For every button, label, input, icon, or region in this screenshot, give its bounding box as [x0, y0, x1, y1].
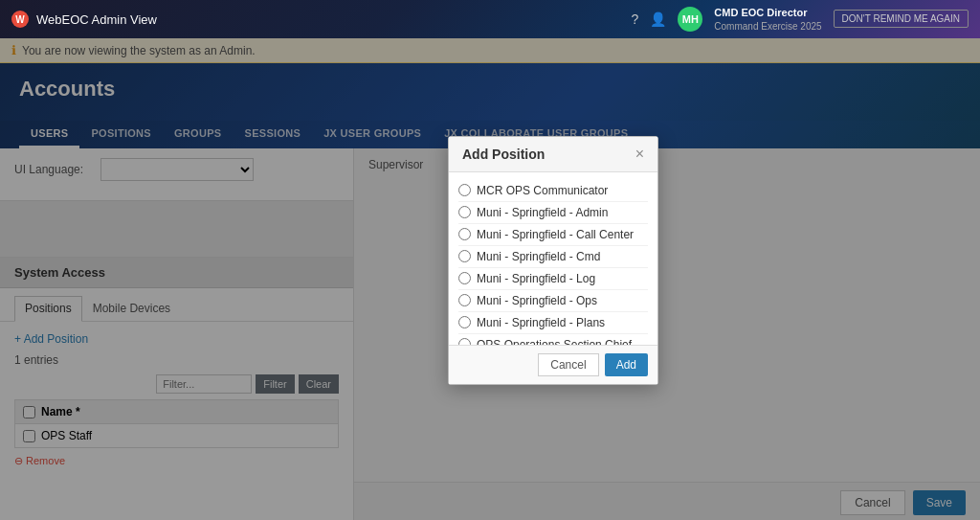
position-radio[interactable] [458, 338, 471, 345]
modal-list-item: Muni - Springfield - Ops [458, 290, 648, 312]
modal-add-button[interactable]: Add [605, 353, 648, 376]
avatar[interactable]: MH [678, 7, 702, 32]
modal-list-item: Muni - Springfield - Cmd [458, 246, 648, 268]
modal-title: Add Position [462, 147, 545, 162]
modal-list-item: Muni - Springfield - Log [458, 268, 648, 290]
user-name: CMD EOC Director [714, 6, 821, 19]
user-sub: Command Exercise 2025 [714, 20, 821, 33]
modal-list-item: Muni - Springfield - Call Center [458, 224, 648, 246]
position-label: Muni - Springfield - Cmd [477, 250, 600, 263]
modal-list-item: MCR OPS Communicator [458, 180, 648, 202]
webeoc-logo: W [11, 11, 29, 28]
top-bar-right: ? 👤 MH CMD EOC Director Command Exercise… [632, 6, 969, 32]
modal-body: MCR OPS CommunicatorMuni - Springfield -… [449, 172, 657, 345]
position-label: Muni - Springfield - Admin [477, 206, 608, 219]
position-label: MCR OPS Communicator [477, 184, 608, 197]
position-label: OPS Operations Section Chief [477, 338, 632, 345]
modal-list-item: OPS Operations Section Chief [458, 334, 648, 345]
app-title: WebEOC Admin View [36, 12, 157, 27]
help-icon[interactable]: ? [632, 11, 639, 27]
position-radio[interactable] [458, 228, 471, 240]
position-label: Muni - Springfield - Call Center [477, 228, 634, 241]
dont-remind-button[interactable]: DON'T REMIND ME AGAIN [834, 10, 969, 28]
modal-close-button[interactable]: × [635, 147, 644, 162]
modal-cancel-button[interactable]: Cancel [538, 353, 598, 376]
user-info: CMD EOC Director Command Exercise 2025 [714, 6, 821, 32]
position-radio[interactable] [458, 250, 471, 262]
position-radio[interactable] [458, 316, 471, 328]
position-label: Muni - Springfield - Ops [477, 294, 597, 307]
modal-list-item: Muni - Springfield - Plans [458, 312, 648, 334]
top-bar: W WebEOC Admin View ? 👤 MH CMD EOC Direc… [0, 0, 980, 38]
position-radio[interactable] [458, 294, 471, 306]
modal-list-item: Muni - Springfield - Admin [458, 202, 648, 224]
position-label: Muni - Springfield - Plans [477, 316, 605, 329]
position-radio[interactable] [458, 184, 471, 196]
user-profile-icon[interactable]: 👤 [650, 11, 666, 27]
modal-header: Add Position × [449, 137, 657, 172]
modal-footer: Cancel Add [449, 345, 657, 384]
top-bar-left: W WebEOC Admin View [11, 11, 157, 28]
add-position-modal: Add Position × MCR OPS CommunicatorMuni … [448, 136, 658, 385]
position-radio[interactable] [458, 206, 471, 218]
position-label: Muni - Springfield - Log [477, 272, 595, 285]
position-radio[interactable] [458, 272, 471, 284]
